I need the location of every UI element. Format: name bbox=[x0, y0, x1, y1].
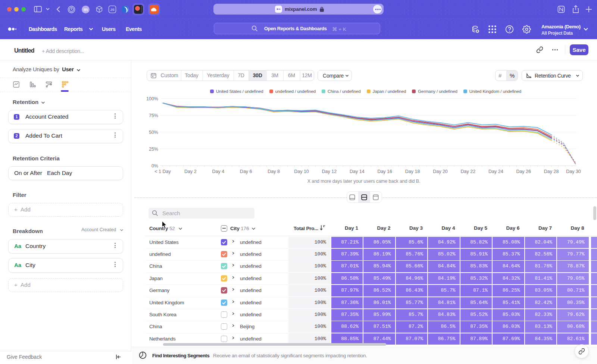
svg-text:25%: 25% bbox=[149, 147, 158, 152]
svg-text:Day 26: Day 26 bbox=[516, 169, 531, 174]
svg-text:Day 12: Day 12 bbox=[322, 169, 337, 174]
svg-text:Day 20: Day 20 bbox=[433, 169, 448, 174]
svg-text:Day 16: Day 16 bbox=[377, 169, 392, 174]
svg-text:Day 30: Day 30 bbox=[566, 169, 581, 174]
svg-text:Day 14: Day 14 bbox=[350, 169, 365, 174]
svg-text:Day 8: Day 8 bbox=[268, 169, 280, 174]
svg-text:Day 18: Day 18 bbox=[405, 169, 420, 174]
svg-text:X and more days later your use: X and more days later your users came ba… bbox=[307, 179, 421, 184]
svg-text:75%: 75% bbox=[149, 113, 158, 118]
svg-text:50%: 50% bbox=[149, 130, 158, 135]
svg-text:Day 2: Day 2 bbox=[184, 169, 197, 174]
svg-text:100%: 100% bbox=[146, 96, 158, 101]
svg-text:Day 24: Day 24 bbox=[488, 169, 503, 174]
svg-text:< 1 Day: < 1 Day bbox=[154, 169, 171, 174]
svg-text:Day 22: Day 22 bbox=[461, 169, 476, 174]
svg-text:Day 28: Day 28 bbox=[544, 169, 559, 174]
svg-text:Day 10: Day 10 bbox=[294, 169, 309, 174]
svg-text:0%: 0% bbox=[151, 163, 158, 169]
svg-text:Day 4: Day 4 bbox=[212, 169, 224, 174]
svg-text:Day 6: Day 6 bbox=[240, 169, 252, 174]
